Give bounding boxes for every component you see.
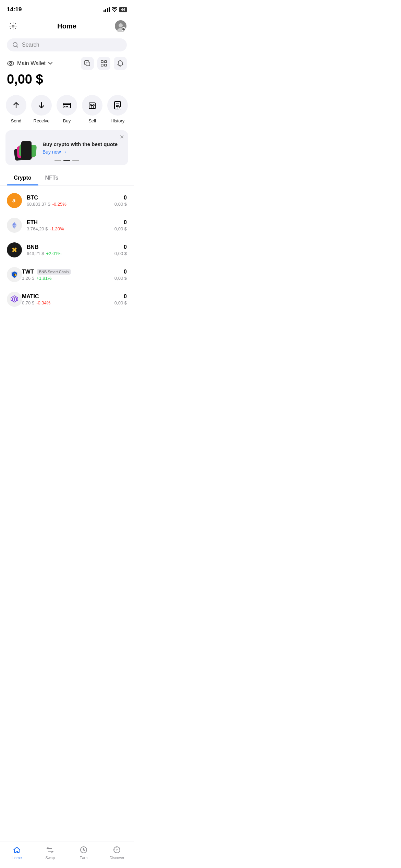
twt-price-row: 1,26 $ +1.81% (22, 276, 114, 281)
svg-point-8 (8, 61, 14, 65)
search-bar[interactable] (7, 38, 127, 51)
twt-price: 1,26 $ (22, 276, 34, 281)
svg-rect-10 (86, 62, 90, 66)
eth-change: -1.20% (50, 226, 64, 231)
crypto-item-bnb[interactable]: BNB 643,21 $ +2.01% 0 0,00 $ (0, 238, 134, 262)
sell-label: Sell (88, 118, 96, 123)
status-icons: 44 (104, 7, 127, 13)
search-icon (12, 42, 19, 48)
bnb-price: 643,21 $ (27, 251, 44, 256)
buy-icon-circle (57, 95, 77, 116)
matic-price: 0,70 $ (22, 300, 34, 305)
btc-info: BTC 68.883,37 $ -0.25% (27, 195, 114, 207)
promo-text: Buy crypto with the best quote Buy now → (42, 141, 123, 155)
buy-label: Buy (63, 118, 71, 123)
svg-point-0 (12, 25, 14, 27)
bnb-info: BNB 643,21 $ +2.01% (27, 244, 114, 256)
eth-name: ETH (27, 219, 114, 226)
bnb-change: +2.01% (46, 251, 61, 256)
settings-button[interactable] (7, 20, 19, 32)
matic-value: 0,00 $ (114, 300, 127, 305)
svg-rect-17 (66, 106, 68, 107)
dropdown-icon (48, 62, 52, 65)
crypto-item-twt[interactable]: ₮ TWT BNB Smart Chain 1,26 $ +1.81% 0 0,… (0, 262, 134, 287)
status-time: 14:19 (7, 6, 22, 13)
tabs-container: Crypto NFTs (0, 171, 134, 185)
send-label: Send (11, 118, 21, 123)
history-icon-circle (107, 95, 128, 116)
eth-amount: 0 (114, 219, 127, 226)
twt-value: 0,00 $ (114, 276, 127, 281)
svg-rect-15 (63, 103, 71, 108)
twt-chain-badge: BNB Smart Chain (37, 269, 71, 275)
promo-link[interactable]: Buy now → (42, 149, 123, 155)
receive-label: Receive (34, 118, 50, 123)
svg-point-5 (122, 28, 125, 31)
btc-price-row: 68.883,37 $ -0.25% (27, 202, 114, 207)
tab-crypto[interactable]: Crypto (7, 171, 38, 185)
matic-price-row: 0,70 $ -0.34% (22, 300, 114, 305)
svg-rect-20 (93, 105, 94, 106)
copy-button[interactable] (81, 57, 94, 70)
bnb-name: BNB (27, 244, 114, 250)
promo-close-button[interactable]: ✕ (120, 134, 124, 140)
matic-amount: 0 (114, 293, 127, 300)
eth-value: 0,00 $ (114, 226, 127, 231)
svg-rect-16 (64, 106, 65, 107)
search-input[interactable] (22, 42, 121, 48)
tab-nfts[interactable]: NFTs (38, 171, 65, 185)
twt-name: TWT BNB Smart Chain (22, 269, 114, 275)
wallet-balance: 0,00 $ (7, 72, 127, 87)
bnb-value: 0,00 $ (114, 251, 127, 256)
history-label: History (111, 118, 124, 123)
history-action[interactable]: History (107, 95, 128, 123)
avatar-button[interactable] (114, 20, 127, 32)
bnb-logo (7, 242, 22, 257)
wallet-actions (81, 57, 127, 70)
promo-image (11, 136, 38, 160)
svg-rect-14 (105, 64, 107, 66)
buy-action[interactable]: Buy (57, 95, 77, 123)
wallet-section: Main Wallet (0, 56, 134, 92)
page-title: Home (57, 22, 76, 30)
status-bar: 14:19 44 (0, 0, 134, 16)
receive-action[interactable]: Receive (31, 95, 52, 123)
eth-price: 3.764,20 $ (27, 226, 48, 231)
promo-dot-1 (54, 160, 61, 161)
btc-price: 68.883,37 $ (27, 202, 50, 207)
svg-point-6 (124, 28, 125, 29)
bnb-amount: 0 (114, 244, 127, 250)
crypto-item-matic[interactable]: MATIC 0,70 $ -0.34% 0 0,00 $ (0, 287, 134, 312)
btc-change: -0.25% (52, 202, 66, 207)
send-action[interactable]: Send (6, 95, 26, 123)
battery-icon: 44 (119, 7, 127, 12)
scan-button[interactable] (97, 57, 110, 70)
eth-logo (7, 218, 22, 233)
twt-logo: ₮ (7, 267, 22, 282)
wallet-name-row[interactable]: Main Wallet (7, 60, 52, 67)
send-icon-circle (6, 95, 26, 116)
svg-point-7 (13, 43, 17, 47)
crypto-item-eth[interactable]: ETH 3.764,20 $ -1.20% 0 0,00 $ (0, 213, 134, 238)
matic-change: -0.34% (36, 300, 50, 305)
btc-name: BTC (27, 195, 114, 201)
twt-change: +1.81% (36, 276, 51, 281)
matic-name: MATIC (22, 293, 114, 300)
crypto-item-btc[interactable]: BTC 68.883,37 $ -0.25% 0 0,00 $ (0, 188, 134, 213)
svg-point-2 (119, 23, 123, 27)
matic-balance: 0 0,00 $ (114, 293, 127, 305)
promo-title: Buy crypto with the best quote (42, 141, 123, 147)
sell-action[interactable]: Sell (82, 95, 102, 123)
eth-price-row: 3.764,20 $ -1.20% (27, 226, 114, 231)
btc-value: 0,00 $ (114, 202, 127, 207)
wallet-name: Main Wallet (17, 60, 46, 67)
svg-marker-23 (14, 222, 17, 226)
eye-icon (7, 60, 14, 67)
sell-icon-circle (82, 95, 102, 116)
promo-banner: Buy crypto with the best quote Buy now →… (5, 130, 128, 165)
twt-info: TWT BNB Smart Chain 1,26 $ +1.81% (22, 269, 114, 281)
svg-rect-19 (90, 105, 92, 106)
app-header: Home (0, 16, 134, 36)
notification-button[interactable] (114, 57, 127, 70)
svg-rect-13 (101, 64, 103, 66)
